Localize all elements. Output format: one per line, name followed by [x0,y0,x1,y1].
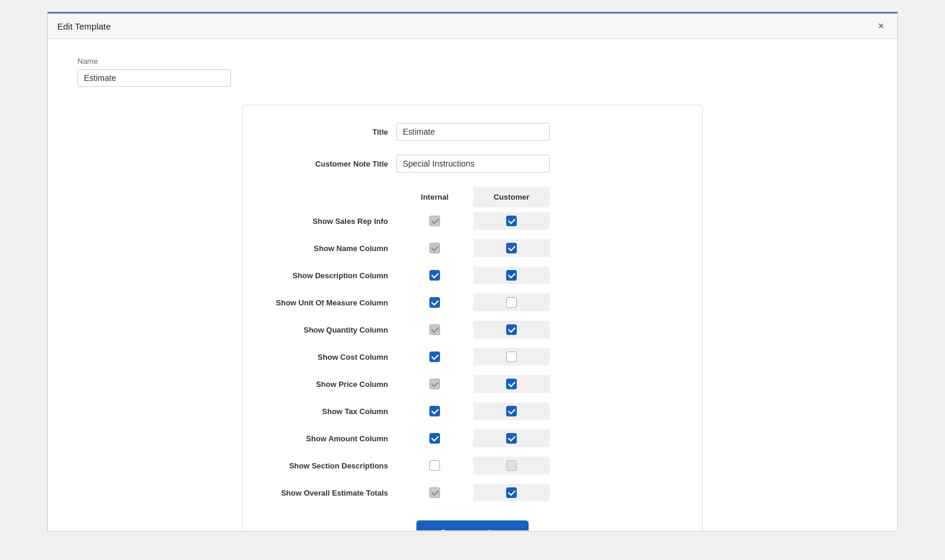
checkbox-wrap[interactable] [429,406,440,416]
checkbox-wrap[interactable] [429,460,440,471]
checkbox-row-label: Show Description Column [266,271,396,280]
checkbox-cell-internal [396,402,473,420]
checkbox-row-label: Show Section Descriptions [266,461,396,470]
title-input[interactable] [396,123,550,141]
checkbox-row: Show Cost Column [266,343,679,370]
checkbox-row: Show Description Column [266,262,679,289]
checkbox-rows-container: Show Sales Rep InfoShow Name ColumnShow … [266,207,679,506]
checkbox-wrap [429,324,440,335]
checkbox-cell-internal [396,484,473,502]
checkbox-cell-customer [473,348,550,366]
checkbox-cell-internal [396,266,473,284]
checkbox-row-label: Show Name Column [266,244,396,253]
checkbox-cell-internal [396,429,473,447]
checkbox-row: Show Quantity Column [266,316,679,343]
customer-note-title-input[interactable] [396,155,550,172]
title-label: Title [266,128,396,136]
card: Title Customer Note Title Internal Custo… [242,105,703,530]
col-header-customer: Customer [473,187,550,207]
checkbox-row-label: Show Tax Column [266,407,396,416]
checkbox-cell-internal [396,212,473,230]
save-button-row: Save template [266,520,679,530]
checkbox-row-label: Show Sales Rep Info [266,217,396,226]
checkbox-wrap [429,379,440,389]
modal-title-bar: Edit Template × [48,14,897,39]
modal-title: Edit Template [57,21,111,31]
checkbox-row: Show Unit Of Measure Column [266,289,679,316]
checkbox-wrap[interactable] [506,487,517,498]
checkbox-row-label: Show Quantity Column [266,325,396,334]
checkbox-wrap [506,460,517,471]
checkbox-wrap[interactable] [506,297,517,308]
name-label: Name [77,57,868,66]
checkbox-row: Show Amount Column [266,425,679,452]
checkbox-cell-internal [396,348,473,366]
customer-note-title-label: Customer Note Title [266,159,396,168]
save-template-button[interactable]: Save template [416,520,529,530]
checkbox-cell-customer [473,212,550,230]
checkbox-wrap[interactable] [429,297,440,308]
checkbox-wrap[interactable] [429,270,440,281]
checkbox-cell-internal [396,321,473,338]
checkbox-cell-customer [473,402,550,420]
checkbox-row-label: Show Cost Column [266,353,396,362]
checkbox-cell-customer [473,457,550,474]
checkbox-cell-internal [396,239,473,257]
checkbox-wrap [429,243,440,253]
checkbox-wrap [429,487,440,498]
customer-note-title-row: Customer Note Title [266,155,679,172]
checkbox-row: Show Price Column [266,370,679,398]
checkbox-cell-customer [473,239,550,257]
checkbox-wrap[interactable] [506,351,517,362]
name-section: Name [77,57,868,87]
checkbox-cell-customer [473,321,550,338]
columns-header: Internal Customer [266,187,679,207]
checkbox-wrap[interactable] [506,216,517,226]
checkbox-cell-customer [473,266,550,284]
checkbox-row-label: Show Amount Column [266,434,396,443]
checkbox-cell-customer [473,484,550,502]
checkbox-cell-internal [396,457,473,474]
checkbox-wrap [429,216,440,226]
col-header-internal: Internal [396,187,473,207]
checkbox-row-label: Show Price Column [266,380,396,389]
modal-window: Edit Template × Name Title Customer Note… [47,12,898,532]
title-input-wrap [396,123,679,141]
customer-note-title-input-wrap [396,155,679,172]
checkbox-wrap[interactable] [506,379,517,389]
modal-body: Name Title Customer Note Title Int [48,39,897,530]
checkbox-wrap[interactable] [429,433,440,444]
checkbox-wrap[interactable] [506,406,517,416]
title-row: Title [266,123,679,141]
checkbox-wrap[interactable] [429,351,440,362]
checkbox-row: Show Overall Estimate Totals [266,479,679,506]
checkbox-cell-customer [473,429,550,447]
checkbox-wrap[interactable] [506,433,517,444]
checkbox-row: Show Section Descriptions [266,452,679,479]
checkbox-row-label: Show Overall Estimate Totals [266,489,396,497]
checkbox-row: Show Sales Rep Info [266,207,679,235]
checkbox-row: Show Name Column [266,235,679,262]
checkbox-wrap[interactable] [506,324,517,335]
checkbox-cell-customer [473,375,550,393]
checkbox-cell-internal [396,294,473,311]
checkbox-wrap[interactable] [506,243,517,253]
checkbox-wrap[interactable] [506,270,517,281]
name-input[interactable] [77,69,231,87]
checkbox-cell-customer [473,294,550,311]
close-button[interactable]: × [874,19,888,32]
checkbox-row: Show Tax Column [266,398,679,425]
checkbox-row-label: Show Unit Of Measure Column [266,298,396,307]
checkbox-cell-internal [396,375,473,393]
